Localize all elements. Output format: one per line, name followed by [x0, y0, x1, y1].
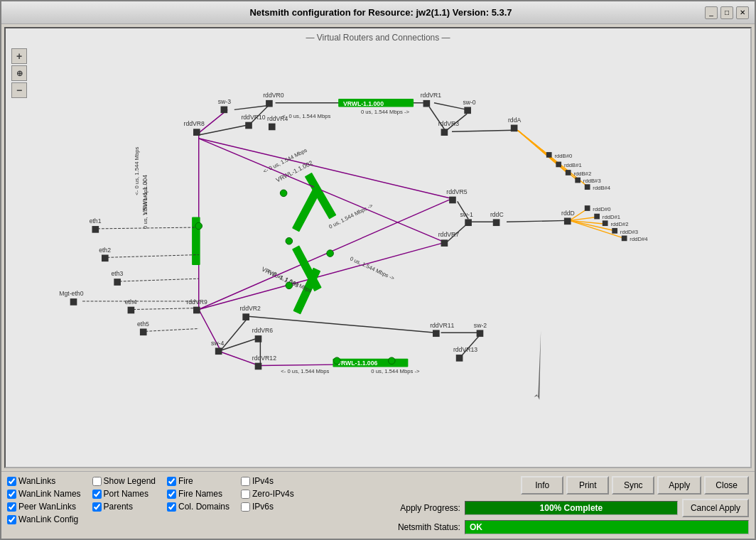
parents-checkbox[interactable] [92, 502, 102, 512]
svg-text:rddVR5: rddVR5 [446, 188, 468, 195]
svg-marker-148 [534, 330, 541, 399]
svg-text:rddD#2: rddD#2 [610, 221, 628, 227]
svg-text:rddB#4: rddB#4 [593, 185, 611, 191]
svg-text:rddVR11: rddVR11 [430, 322, 454, 329]
svg-text:<- 0 us, 1.544 Mbps: <- 0 us, 1.544 Mbps [134, 146, 140, 195]
svg-rect-109 [622, 236, 627, 242]
portnames-checkbox[interactable] [92, 490, 102, 499]
firenames-checkbox-label[interactable]: Fire Names [167, 489, 230, 499]
showlegend-checkbox[interactable] [92, 477, 102, 486]
wanlinks-checkbox-label[interactable]: WanLinks [7, 476, 81, 486]
close-button-bottom[interactable]: Close [704, 476, 749, 495]
svg-point-145 [195, 222, 202, 230]
main-window: Netsmith configuration for Resource: jw2… [0, 0, 756, 540]
svg-rect-87 [493, 219, 500, 226]
svg-rect-129 [92, 226, 99, 233]
svg-line-2 [434, 103, 467, 110]
apply-button[interactable]: Apply [657, 476, 701, 495]
firenames-checkbox[interactable] [167, 490, 176, 499]
parents-checkbox-label[interactable]: Parents [92, 502, 156, 512]
svg-text:eth3: eth3 [111, 270, 123, 277]
svg-rect-99 [585, 184, 590, 190]
svg-line-17 [570, 220, 615, 230]
svg-line-0 [234, 106, 269, 110]
wanlinknames-checkbox[interactable] [7, 490, 16, 499]
ipv4s-checkbox[interactable] [241, 477, 250, 486]
svg-rect-115 [242, 313, 249, 320]
svg-rect-139 [140, 328, 147, 335]
svg-text:rddD#3: rddD#3 [620, 229, 638, 235]
svg-rect-95 [566, 170, 571, 176]
svg-point-146 [333, 357, 340, 364]
svg-text:rddVR7: rddVR7 [438, 231, 460, 238]
svg-rect-133 [114, 279, 121, 286]
svg-text:rddB#1: rddB#1 [564, 162, 582, 168]
svg-text:rddB#3: rddB#3 [583, 178, 601, 184]
close-button[interactable]: ✕ [736, 6, 749, 19]
window-title: Netsmith configuration for Resource: jw2… [57, 7, 705, 18]
svg-rect-65 [221, 107, 228, 114]
svg-rect-93 [556, 162, 561, 168]
svg-line-34 [199, 139, 446, 242]
wanlinknames-checkbox-label[interactable]: WanLink Names [7, 489, 81, 499]
wanlinkconfig-checkbox[interactable] [7, 515, 16, 524]
ipv6s-checkbox-label[interactable]: IPv6s [241, 502, 294, 512]
bottom-panel: WanLinks Show Legend Fire IPv4s WanLink … [1, 471, 755, 539]
progress-bar: 100% Complete [465, 501, 678, 515]
fire-checkbox[interactable] [167, 477, 176, 486]
svg-rect-111 [441, 239, 448, 247]
svg-rect-79 [441, 129, 448, 136]
svg-text:sw-3: sw-3 [218, 98, 231, 105]
svg-rect-91 [546, 152, 552, 158]
svg-line-8 [452, 130, 514, 131]
minimize-button[interactable]: _ [705, 6, 718, 19]
svg-rect-101 [585, 205, 590, 211]
svg-text:rddVR12: rddVR12 [252, 355, 276, 362]
svg-text:rddA: rddA [508, 117, 522, 124]
svg-rect-75 [245, 122, 252, 129]
maximize-button[interactable]: □ [720, 6, 733, 19]
svg-point-147 [388, 357, 395, 364]
svg-rect-119 [255, 335, 262, 342]
wanlinks-checkbox[interactable] [7, 477, 16, 486]
portnames-checkbox-label[interactable]: Port Names [92, 489, 156, 499]
svg-text:rddD#0: rddD#0 [593, 206, 610, 212]
network-diagram: VRWL-1.1.000 <- 0 us, 1.544 Mbps 0 us, 1… [6, 43, 750, 467]
svg-rect-85 [465, 219, 472, 226]
svg-line-38 [248, 316, 436, 333]
svg-rect-117 [215, 347, 222, 355]
svg-rect-81 [511, 125, 518, 132]
svg-point-143 [286, 237, 293, 244]
svg-text:rddVR3: rddVR3 [438, 120, 460, 127]
svg-rect-125 [456, 355, 463, 362]
coldomains-checkbox[interactable] [167, 502, 176, 512]
coldomains-checkbox-label[interactable]: Col. Domains [167, 502, 230, 512]
wanlinkconfig-checkbox-label[interactable]: WanLink Config [7, 514, 81, 524]
svg-rect-103 [594, 214, 600, 220]
print-button[interactable]: Print [566, 476, 609, 495]
svg-text:0 us, 1.544 Mbps ->: 0 us, 1.544 Mbps -> [361, 109, 410, 115]
svg-point-142 [327, 250, 334, 257]
zeroipv4s-checkbox[interactable] [241, 490, 250, 499]
zeroipv4s-checkbox-label[interactable]: Zero-IPv4s [241, 489, 294, 499]
titlebar: Netsmith configuration for Resource: jw2… [1, 1, 755, 24]
peerwanlinks-checkbox-label[interactable]: Peer WanLinks [7, 502, 81, 512]
svg-rect-77 [269, 124, 276, 131]
svg-point-141 [280, 190, 287, 197]
cancel-apply-button[interactable]: Cancel Apply [682, 499, 749, 517]
ipv4s-checkbox-label[interactable]: IPv4s [241, 476, 294, 486]
svg-rect-131 [102, 255, 109, 262]
peerwanlinks-checkbox[interactable] [7, 502, 16, 512]
action-buttons-row: Info Print Sync Apply Close [382, 476, 749, 495]
ipv6s-checkbox[interactable] [241, 502, 250, 512]
svg-text:VRWL-1.1.000: VRWL-1.1.000 [343, 100, 384, 107]
sync-button[interactable]: Sync [612, 476, 654, 495]
progress-label: Apply Progress: [382, 503, 460, 513]
fire-checkbox-label[interactable]: Fire [167, 476, 230, 486]
svg-text:eth2: eth2 [99, 247, 111, 254]
info-button[interactable]: Info [521, 476, 563, 495]
svg-text:sw-1: sw-1 [460, 211, 473, 218]
status-bar: OK [465, 520, 749, 534]
showlegend-checkbox-label[interactable]: Show Legend [92, 476, 156, 486]
svg-text:rddVR2: rddVR2 [239, 305, 261, 312]
